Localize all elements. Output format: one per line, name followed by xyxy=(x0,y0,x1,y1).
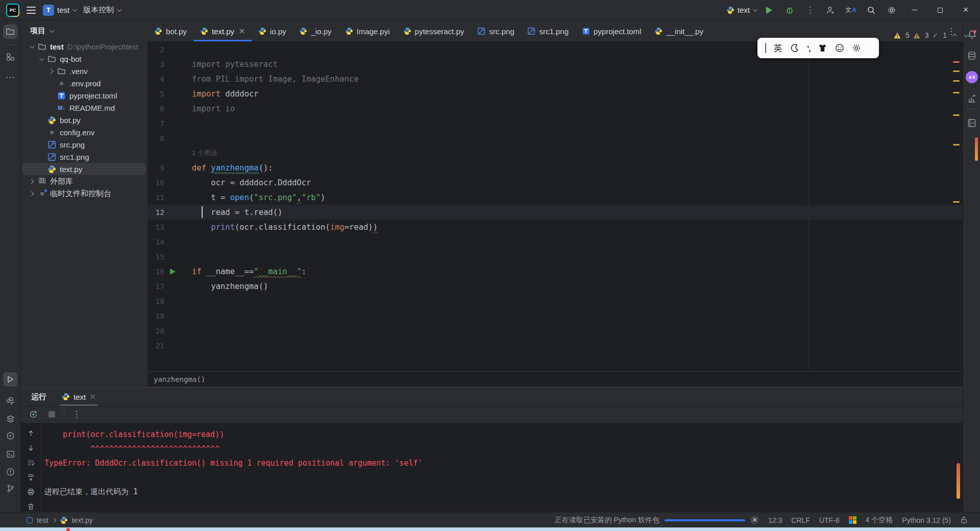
python-interpreter[interactable]: Python 3.12 (5) xyxy=(902,516,951,524)
chevron-right-icon[interactable] xyxy=(29,191,34,196)
gutter[interactable]: 4 xyxy=(148,75,192,84)
code-line-20[interactable]: 20 xyxy=(148,323,963,338)
gutter[interactable]: 15 xyxy=(148,252,192,261)
error-stripe-mark[interactable] xyxy=(953,61,960,63)
moon-icon[interactable] xyxy=(790,43,799,53)
tree-item-external-libraries[interactable]: 外部库 xyxy=(22,175,145,187)
close-tab-icon[interactable]: ✕ xyxy=(89,392,96,401)
gutter[interactable]: 2 xyxy=(148,45,192,54)
project-tool-button[interactable] xyxy=(3,25,17,39)
more-tool-windows-button[interactable]: ⋯ xyxy=(3,70,17,84)
print-button[interactable] xyxy=(26,487,37,497)
tab-pytesseract-py[interactable]: pytesseract.py xyxy=(397,21,471,41)
unlock-icon[interactable] xyxy=(960,516,968,524)
error-stripe-mark[interactable] xyxy=(953,80,960,82)
gutter[interactable]: 12 xyxy=(148,208,192,217)
chevron-down-icon[interactable] xyxy=(39,56,44,61)
tab-io2-py[interactable]: _io.py xyxy=(292,21,338,41)
down-stacktrace-button[interactable] xyxy=(26,443,37,453)
maximize-button[interactable] xyxy=(930,3,950,18)
tree-item-bot-py[interactable]: bot.py xyxy=(22,114,145,126)
translate-button[interactable]: 文A xyxy=(843,3,859,18)
editor-breadcrumb-bar[interactable]: yanzhengma() xyxy=(148,371,963,387)
ime-settings-gear-icon[interactable] xyxy=(852,43,861,53)
chevron-down-icon[interactable] xyxy=(30,43,35,49)
cancel-task-icon[interactable]: ✕ xyxy=(750,516,759,524)
tree-item-qq-bot[interactable]: qq-bot xyxy=(22,53,145,65)
tree-item-text-py[interactable]: text.py xyxy=(22,163,145,175)
tree-item-readme-md[interactable]: M↓ README.md xyxy=(22,102,145,114)
rerun-button[interactable] xyxy=(27,408,39,421)
code-line-10[interactable]: 10 ocr = ddddocr.DdddOcr xyxy=(148,175,963,190)
documentation-tool-button[interactable]: A xyxy=(965,116,979,130)
code-line-11[interactable]: 11 t = open("src.png","rb") xyxy=(148,190,963,205)
tab-init-py[interactable]: __init__.py xyxy=(648,21,710,41)
tree-item-config-env[interactable]: ≡ config.env xyxy=(22,126,145,138)
clear-console-button[interactable] xyxy=(26,501,37,512)
code-line-16[interactable]: 16if __name__=="__main__": xyxy=(148,264,963,279)
endpoints-tool-button[interactable] xyxy=(965,91,979,106)
error-stripe-mark[interactable] xyxy=(953,92,960,93)
tree-item-src1-png[interactable]: src1.png xyxy=(22,151,145,163)
structure-tool-button[interactable] xyxy=(3,50,17,64)
gutter[interactable]: 11 xyxy=(148,193,192,202)
file-encoding[interactable]: UTF-8 xyxy=(819,516,840,524)
tree-item-src-png[interactable]: src.png xyxy=(22,138,145,151)
add-user-button[interactable] xyxy=(823,3,838,18)
tab-text-py[interactable]: text.py ✕ xyxy=(193,21,252,41)
error-stripe-mark[interactable] xyxy=(953,144,960,146)
database-tool-button[interactable] xyxy=(965,49,979,63)
gutter[interactable]: 19 xyxy=(148,311,192,321)
background-task[interactable]: 正在读取已安装的 Python 软件包 ✕ xyxy=(555,516,759,525)
console-scrollbar-thumb[interactable] xyxy=(957,463,960,499)
code-line-14[interactable]: 14 xyxy=(148,234,963,249)
tree-item-test[interactable]: test D:\pythonProject\test xyxy=(22,40,145,53)
code-line-5[interactable]: 5import ddddocr xyxy=(148,86,963,101)
code-line-7[interactable]: 7 xyxy=(148,116,963,131)
indent-style[interactable]: 4 个空格 xyxy=(866,516,893,525)
search-everywhere-button[interactable] xyxy=(864,3,879,18)
ime-emoji-icon[interactable] xyxy=(835,43,844,53)
code-line-4[interactable]: 4from PIL import Image, ImageEnhance xyxy=(148,71,963,86)
error-stripe-mark[interactable] xyxy=(953,70,960,72)
line-separator[interactable]: CRLF xyxy=(791,516,810,524)
run-line-icon[interactable] xyxy=(170,269,176,275)
gutter[interactable]: 18 xyxy=(148,297,192,306)
prev-problem-chevron[interactable] xyxy=(952,33,957,38)
python-packages-tool-button[interactable] xyxy=(3,412,17,426)
gutter[interactable]: 13 xyxy=(148,223,192,232)
status-project[interactable]: test xyxy=(37,516,48,524)
scrollbar-error-stripe[interactable] xyxy=(975,137,978,161)
tree-item-env-prod[interactable]: ≡ .env.prod xyxy=(22,77,145,89)
code-line-15[interactable]: 15 xyxy=(148,249,963,264)
tree-item-pyproject-toml[interactable]: pyproject.toml xyxy=(22,89,145,102)
vcs-widget[interactable]: 版本控制 xyxy=(83,5,120,15)
code-line-9[interactable]: 9def yanzhengma(): xyxy=(148,160,963,175)
gutter[interactable]: 20 xyxy=(148,326,192,335)
more-actions-kebab[interactable]: ⋮ xyxy=(802,3,818,18)
code-line-6[interactable]: 6import io xyxy=(148,101,963,116)
close-tab-icon[interactable]: ✕ xyxy=(239,27,245,35)
code-line-8[interactable]: 8 xyxy=(148,131,963,146)
error-stripe-mark[interactable] xyxy=(953,114,960,116)
stop-button[interactable] xyxy=(45,408,58,421)
windows-defender-icon[interactable] xyxy=(849,516,856,524)
tab-io-py[interactable]: io.py xyxy=(252,21,293,41)
inspections-widget[interactable]: 5 3 ✓1 xyxy=(894,31,967,39)
python-console-tool-button[interactable] xyxy=(3,394,17,408)
gutter[interactable] xyxy=(148,149,192,158)
caret-position[interactable]: 12:3 xyxy=(768,516,782,524)
gutter[interactable]: 8 xyxy=(148,134,192,143)
tab-src1-png[interactable]: src1.png xyxy=(521,21,575,41)
main-menu-icon[interactable] xyxy=(27,7,36,14)
chevron-right-icon[interactable] xyxy=(48,68,54,74)
run-options-kebab[interactable]: ⋮ xyxy=(70,408,83,421)
ime-punctuation-toggle[interactable]: ’, xyxy=(807,44,810,53)
tab-src-png[interactable]: src.png xyxy=(471,21,521,41)
problems-tool-button[interactable] xyxy=(3,465,17,479)
windows-taskbar-edge[interactable] xyxy=(0,527,980,531)
code-line-3[interactable]: 3import pytesseract xyxy=(148,57,963,71)
soft-wrap-button[interactable] xyxy=(26,457,37,468)
code-editor[interactable]: 23import pytesseract4from PIL import Ima… xyxy=(148,42,963,371)
gutter[interactable]: 21 xyxy=(148,341,192,350)
